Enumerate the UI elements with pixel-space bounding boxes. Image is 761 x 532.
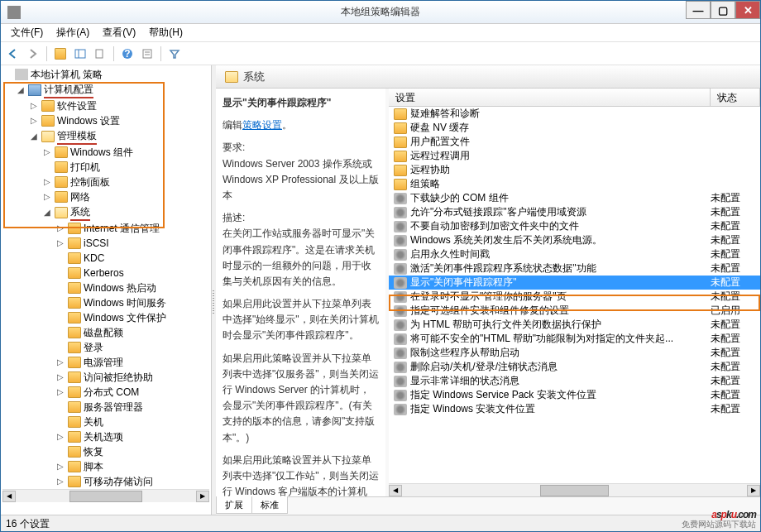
properties-button[interactable] <box>138 45 156 63</box>
tree-item[interactable]: 磁盘配额 <box>55 325 209 340</box>
close-button[interactable]: ✕ <box>735 1 760 19</box>
tree-label: 访问被拒绝协助 <box>84 370 153 385</box>
list-policy-row[interactable]: 启用永久性时间戳未配置 <box>389 247 760 261</box>
tree-item[interactable]: ▷电源管理 <box>55 355 209 370</box>
list-policy-row[interactable]: 显示"关闭事件跟踪程序"未配置 <box>389 276 760 290</box>
tree-label: 打印机 <box>70 160 100 175</box>
cell-name: 远程过程调用 <box>410 149 711 163</box>
tree-item[interactable]: Windows 热启动 <box>55 280 209 295</box>
up-button[interactable] <box>51 45 69 63</box>
help-button[interactable]: ? <box>118 45 136 63</box>
cell-name: 远程协助 <box>410 163 711 177</box>
navigation-tree-panel[interactable]: 本地计算机 策略 ◢计算机配置 ▷软件设置 ▷Windows 设置 ◢管理模板 … <box>1 65 212 515</box>
maximize-button[interactable]: ▢ <box>711 1 735 19</box>
cell-name: 指定可选组件安装和组件修复的设置 <box>410 304 711 318</box>
menu-action[interactable]: 操作(A) <box>50 24 96 41</box>
cell-name: 组策略 <box>410 177 711 191</box>
tree-item[interactable]: ▷可移动存储访问 <box>55 474 209 489</box>
list-folder-row[interactable]: 用户配置文件 <box>389 135 760 149</box>
minimize-button[interactable]: — <box>686 1 711 19</box>
tree-item[interactable]: KDC <box>55 251 209 266</box>
tree-admin-templates[interactable]: ◢管理模板 <box>29 128 209 145</box>
splitter[interactable] <box>212 65 216 515</box>
policy-icon <box>394 362 407 373</box>
tree-software-settings[interactable]: ▷软件设置 <box>29 98 209 113</box>
list-policy-row[interactable]: 为 HTML 帮助可执行文件关闭数据执行保护未配置 <box>389 318 760 332</box>
col-header-status[interactable]: 状态 <box>711 89 760 106</box>
view-tabs: 扩展 标准 <box>216 496 760 515</box>
list-policy-row[interactable]: 限制这些程序从帮助启动未配置 <box>389 346 760 360</box>
list-folder-row[interactable]: 硬盘 NV 缓存 <box>389 121 760 135</box>
list-policy-row[interactable]: 显示非常详细的状态消息未配置 <box>389 374 760 388</box>
tree-label: 软件设置 <box>57 98 97 113</box>
menu-file[interactable]: 文件(F) <box>4 24 50 41</box>
tree-item[interactable]: 关机 <box>55 415 209 429</box>
tree-label: 电源管理 <box>84 355 123 370</box>
cell-status: 未配置 <box>711 360 760 374</box>
show-hide-tree-button[interactable] <box>71 45 89 63</box>
tree-item[interactable]: Windows 时间服务 <box>55 295 209 310</box>
tree-item[interactable]: ▷Windows 组件 <box>42 145 209 160</box>
tree-computer-config[interactable]: ◢计算机配置 <box>16 82 209 98</box>
list-policy-row[interactable]: 指定 Windows 安装文件位置未配置 <box>389 402 760 416</box>
tree-item[interactable]: 恢复 <box>55 444 209 459</box>
menu-help[interactable]: 帮助(H) <box>142 24 189 41</box>
edit-policy-link[interactable]: 策略设置 <box>242 119 282 131</box>
cell-status: 未配置 <box>711 247 760 261</box>
policy-icon <box>394 333 407 345</box>
cell-name: 显示"关闭事件跟踪程序" <box>410 276 711 290</box>
col-header-setting[interactable]: 设置 <box>389 89 711 106</box>
back-button[interactable] <box>4 45 22 63</box>
filter-button[interactable] <box>165 45 184 63</box>
tree-item[interactable]: 打印机 <box>42 160 209 175</box>
list-hscrollbar[interactable]: ◀▶ <box>389 483 760 496</box>
tree-label: Windows 文件保护 <box>84 310 166 325</box>
tree-item[interactable]: ▷控制面板 <box>42 175 209 189</box>
export-list-button[interactable] <box>91 45 109 63</box>
list-folder-row[interactable]: 组策略 <box>389 177 760 191</box>
list-policy-row[interactable]: 指定 Windows Service Pack 安装文件位置未配置 <box>389 388 760 402</box>
list-policy-row[interactable]: 将可能不安全的"HTML 帮助"功能限制为对指定的文件夹起...未配置 <box>389 332 760 346</box>
status-bar: 16 个设置 <box>1 515 760 531</box>
list-policy-row[interactable]: 允许"分布式链接跟踪"客户端使用域资源未配置 <box>389 205 760 219</box>
tab-extended[interactable]: 扩展 <box>216 496 251 514</box>
list-policy-row[interactable]: 删除启动/关机/登录/注销状态消息未配置 <box>389 360 760 374</box>
tree-windows-settings[interactable]: ▷Windows 设置 <box>29 113 209 128</box>
tree-item[interactable]: ▷Internet 通信管理 <box>55 221 209 236</box>
list-policy-row[interactable]: 激活"关闭事件跟踪程序系统状态数据"功能未配置 <box>389 261 760 276</box>
folder-icon <box>394 165 407 176</box>
tree-root[interactable]: 本地计算机 策略 <box>2 67 209 82</box>
tree-system[interactable]: ◢系统 <box>42 204 209 221</box>
list-policy-row[interactable]: 不要自动加密移到加密文件夹中的文件未配置 <box>389 219 760 233</box>
list-policy-row[interactable]: 下载缺少的 COM 组件未配置 <box>389 191 760 205</box>
cell-name: 下载缺少的 COM 组件 <box>410 191 711 205</box>
policy-icon <box>394 305 407 317</box>
list-policy-row[interactable]: Windows 系统关闭发生后不关闭系统电源。未配置 <box>389 233 760 247</box>
list-folder-row[interactable]: 远程过程调用 <box>389 149 760 163</box>
tree-hscrollbar[interactable]: ◀▶ <box>2 489 209 502</box>
cell-name: 用户配置文件 <box>410 135 711 149</box>
tree-item[interactable]: Windows 文件保护 <box>55 310 209 325</box>
list-policy-row[interactable]: 指定可选组件安装和组件修复的设置已启用 <box>389 304 760 318</box>
tree-item[interactable]: ▷关机选项 <box>55 429 209 444</box>
folder-icon <box>394 122 407 134</box>
tab-standard[interactable]: 标准 <box>251 496 288 514</box>
list-folder-row[interactable]: 远程协助 <box>389 163 760 177</box>
list-body[interactable]: 疑难解答和诊断硬盘 NV 缓存用户配置文件远程过程调用远程协助组策略下载缺少的 … <box>389 107 760 483</box>
content-header-title: 系统 <box>243 69 265 84</box>
tree-item[interactable]: ▷脚本 <box>55 459 209 474</box>
list-folder-row[interactable]: 疑难解答和诊断 <box>389 107 760 121</box>
forward-button[interactable] <box>24 45 42 63</box>
list-policy-row[interactable]: 在登录时不显示"管理你的服务器"页未配置 <box>389 290 760 304</box>
tree-item[interactable]: ▷iSCSI <box>55 236 209 251</box>
tree-item[interactable]: ▷访问被拒绝协助 <box>55 370 209 385</box>
menu-view[interactable]: 查看(V) <box>96 24 142 41</box>
tree-label: Windows 组件 <box>70 145 133 160</box>
tree-label: Kerberos <box>84 266 124 280</box>
tree-item[interactable]: Kerberos <box>55 266 209 280</box>
tree-item[interactable]: ▷网络 <box>42 189 209 204</box>
svg-rect-2 <box>96 50 103 58</box>
tree-item[interactable]: 登录 <box>55 340 209 355</box>
tree-item[interactable]: 服务器管理器 <box>55 400 209 415</box>
tree-item[interactable]: ▷分布式 COM <box>55 385 209 400</box>
